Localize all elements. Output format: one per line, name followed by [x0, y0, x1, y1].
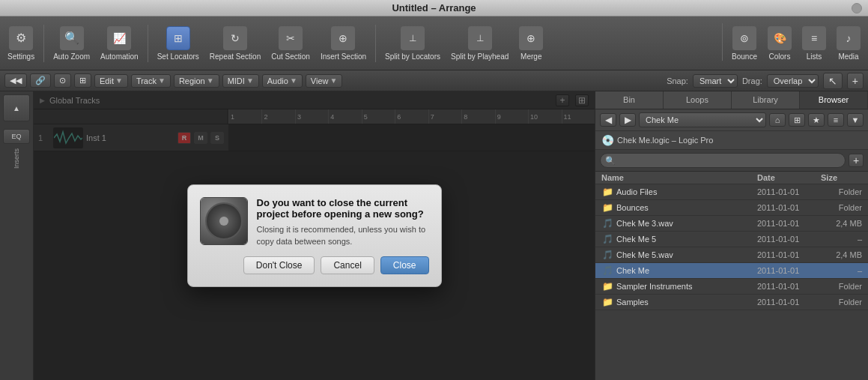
toolbar-split-playhead[interactable]: ⊥ Split by Playhead — [446, 23, 513, 64]
window-close-btn[interactable] — [852, 3, 862, 13]
drag-select[interactable]: Overlap — [767, 74, 819, 88]
toolbar-repeat-section[interactable]: ↻ Repeat Section — [205, 23, 265, 64]
file-size: Folder — [821, 187, 862, 196]
region-menu[interactable]: Region ▼ — [174, 74, 219, 88]
audio-chevron: ▼ — [290, 76, 297, 85]
midi-chevron: ▼ — [246, 76, 254, 85]
browser-search: + — [595, 150, 868, 172]
toolbar-cut-section-label: Cut Section — [271, 52, 310, 61]
project-icon: 💿 — [601, 134, 614, 146]
link-btn[interactable]: 🔗 — [30, 73, 51, 88]
toolbar-automation[interactable]: 📈 Automation — [96, 23, 143, 64]
split-playhead-icon: ⊥ — [468, 26, 492, 50]
toolbar-colors-label: Colors — [769, 52, 791, 61]
midi-menu[interactable]: MIDI ▼ — [222, 74, 259, 88]
file-size: 2,4 MB — [821, 219, 862, 228]
right-toolbar: ⊚ Bounce 🎨 Colors ≡ Lists ♪ Media — [719, 23, 865, 64]
file-size: – — [821, 266, 862, 275]
title-bar: Untitled – Arrange — [0, 0, 868, 16]
list-view-btn[interactable]: ≡ — [828, 113, 844, 127]
file-date: 2011-01-01 — [757, 219, 821, 228]
pencil-tool[interactable]: + — [847, 73, 864, 89]
tab-browser[interactable]: Browser — [800, 91, 868, 109]
toolbar-split-playhead-label: Split by Playhead — [451, 52, 509, 61]
tab-loops[interactable]: Loops — [664, 91, 732, 109]
toolbar-media[interactable]: ♪ Media — [832, 23, 865, 64]
search-input[interactable] — [600, 153, 846, 168]
file-icon: 📁 — [601, 186, 613, 198]
search-add-btn[interactable]: + — [849, 154, 864, 167]
file-list: 📁 Audio Files 2011-01-01 Folder 📁 Bounce… — [595, 184, 868, 380]
list-item[interactable]: 📁 Audio Files 2011-01-01 Folder — [595, 184, 868, 200]
modal-header: Do you want to close the current project… — [200, 197, 429, 247]
file-icon: 🎵 — [601, 249, 613, 261]
file-date: 2011-01-01 — [757, 235, 821, 244]
home-btn[interactable]: ⌂ — [769, 113, 786, 127]
modal-title: Do you want to close the current project… — [257, 197, 429, 220]
path-select[interactable]: Chek Me — [639, 112, 766, 127]
pointer-tool[interactable]: ↖ — [823, 73, 843, 89]
modal-dialog: Do you want to close the current project… — [187, 184, 442, 287]
file-name: Chek Me 3.wav — [616, 219, 757, 228]
file-size: Folder — [821, 298, 862, 307]
file-name: Chek Me 5 — [616, 235, 757, 244]
list-item[interactable]: 🎵 Chek Me 5.wav 2011-01-01 2,4 MB — [595, 247, 868, 263]
toolbar-colors[interactable]: 🎨 Colors — [763, 23, 796, 64]
nav-forward-btn[interactable]: ▶ — [619, 113, 636, 127]
toolbar-merge[interactable]: ⊕ Merge — [515, 23, 547, 64]
arrange-area: ▶ Global Tracks + ⊞ 1 2 3 4 5 6 7 8 9 10… — [34, 91, 595, 380]
punch-btn[interactable]: ⊞ — [74, 73, 91, 88]
sort-btn[interactable]: ▼ — [847, 113, 864, 127]
toolbar-bounce-label: Bounce — [732, 52, 757, 61]
rewind-btn[interactable]: ◀◀ — [4, 73, 27, 88]
project-path: 💿 Chek Me.logic – Logic Pro — [595, 131, 868, 150]
snap-select[interactable]: Smart — [693, 74, 738, 88]
col-date-header: Date — [757, 173, 821, 182]
track-menu[interactable]: Track ▼ — [131, 74, 171, 88]
track-chevron: ▼ — [158, 76, 166, 85]
toolbar-bounce[interactable]: ⊚ Bounce — [727, 23, 762, 64]
list-item[interactable]: 🎵 Chek Me 5 2011-01-01 – — [595, 232, 868, 247]
list-item[interactable]: 📁 Samples 2011-01-01 Folder — [595, 295, 868, 310]
col-name-header: Name — [601, 173, 757, 182]
toolbar-lists[interactable]: ≡ Lists — [798, 23, 831, 64]
toolbar-insert-section[interactable]: ⊕ Insert Section — [316, 23, 371, 64]
toolbar-sep-4 — [722, 23, 723, 61]
file-icon: 📁 — [601, 280, 613, 292]
toolbar-cut-section[interactable]: ✂ Cut Section — [267, 23, 315, 64]
tab-library[interactable]: Library — [732, 91, 800, 109]
solo-btn[interactable]: ⊙ — [54, 73, 71, 88]
toolbar-settings[interactable]: ⚙ Settings — [3, 23, 39, 64]
toolbar-set-locators[interactable]: ⊞ Set Locators — [153, 23, 204, 64]
list-item[interactable]: 📁 Bounces 2011-01-01 Folder — [595, 200, 868, 216]
list-item[interactable]: 🎵 Chek Me 3.wav 2011-01-01 2,4 MB — [595, 216, 868, 232]
list-item[interactable]: 📁 Sampler Instruments 2011-01-01 Folder — [595, 279, 868, 295]
auto-zoom-icon: 🔍 — [60, 26, 84, 50]
split-locators-icon: ⊥ — [401, 26, 425, 50]
grid-btn[interactable]: ⊞ — [789, 113, 805, 127]
view-menu[interactable]: View ▼ — [306, 74, 343, 88]
audio-menu[interactable]: Audio ▼ — [262, 74, 303, 88]
dont-close-button[interactable]: Don't Close — [243, 256, 315, 274]
edit-menu[interactable]: Edit ▼ — [94, 74, 128, 88]
set-locators-icon: ⊞ — [166, 26, 190, 50]
list-item[interactable]: 🎵 Chek Me 2011-01-01 – — [595, 263, 868, 279]
eq-btn[interactable]: EQ — [3, 129, 30, 144]
scroll-up-btn[interactable]: ▲ — [3, 94, 30, 121]
tab-bin[interactable]: Bin — [595, 91, 664, 109]
toolbar-split-locators-label: Split by Locators — [385, 52, 440, 61]
track-menu-label: Track — [136, 76, 157, 85]
main-area: ▲ EQ Inserts ▶ Global Tracks + ⊞ 1 2 3 4… — [0, 91, 868, 380]
bookmark-btn[interactable]: ★ — [808, 113, 825, 127]
toolbar-split-locators[interactable]: ⊥ Split by Locators — [380, 23, 445, 64]
cancel-button[interactable]: Cancel — [321, 256, 374, 274]
file-date: 2011-01-01 — [757, 266, 821, 275]
close-button[interactable]: Close — [380, 256, 429, 274]
region-chevron: ▼ — [207, 76, 214, 85]
file-icon: 🎵 — [601, 233, 613, 245]
bounce-icon: ⊚ — [732, 26, 756, 50]
nav-back-btn[interactable]: ◀ — [600, 113, 616, 127]
colors-icon: 🎨 — [768, 26, 792, 50]
toolbar-insert-section-label: Insert Section — [321, 52, 366, 61]
toolbar-auto-zoom[interactable]: 🔍 Auto Zoom — [49, 23, 94, 64]
